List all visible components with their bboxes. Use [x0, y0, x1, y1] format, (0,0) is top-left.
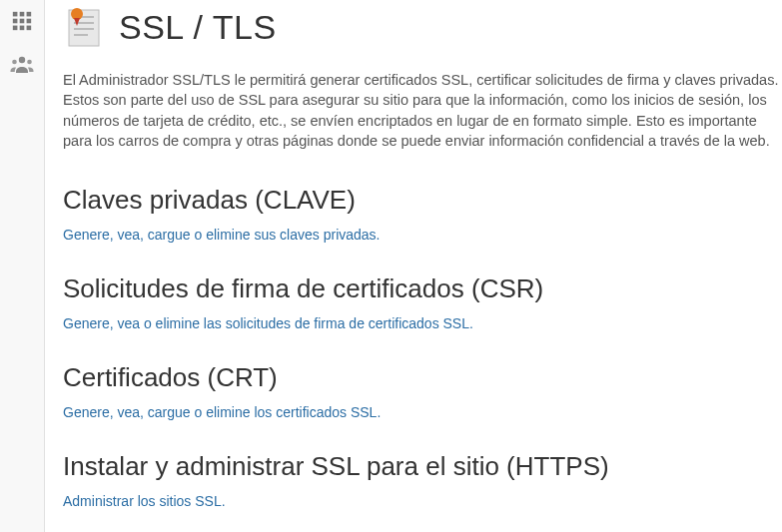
- section-certificates: Certificados (CRT) Genere, vea, cargue o…: [63, 362, 782, 421]
- svg-rect-3: [13, 19, 18, 24]
- main-content: SSL / TLS El Administrador SSL/TLS le pe…: [45, 0, 782, 532]
- private-keys-link[interactable]: Genere, vea, cargue o elimine sus claves…: [63, 227, 381, 243]
- section-install-ssl: Instalar y administrar SSL para el sitio…: [63, 451, 782, 510]
- sidebar: [0, 0, 45, 532]
- svg-point-11: [27, 60, 32, 65]
- page-title: SSL / TLS: [119, 8, 277, 47]
- section-csr: Solicitudes de firma de certificados (CS…: [63, 273, 782, 332]
- certificates-link[interactable]: Genere, vea, cargue o elimine los certif…: [63, 404, 381, 420]
- users-icon[interactable]: [9, 52, 35, 78]
- section-private-keys: Claves privadas (CLAVE) Genere, vea, car…: [63, 185, 782, 244]
- page-description: El Administrador SSL/TLS le permitirá ge…: [63, 70, 782, 151]
- svg-rect-2: [27, 12, 32, 17]
- svg-rect-6: [13, 26, 18, 31]
- ssl-certificate-icon: [63, 6, 105, 48]
- install-ssl-link[interactable]: Administrar los sitios SSL.: [63, 493, 226, 509]
- title-row: SSL / TLS: [63, 6, 782, 48]
- section-heading: Instalar y administrar SSL para el sitio…: [63, 451, 782, 482]
- apps-grid-icon[interactable]: [9, 8, 35, 34]
- section-heading: Certificados (CRT): [63, 362, 782, 393]
- svg-point-9: [19, 57, 25, 63]
- svg-rect-5: [27, 19, 32, 24]
- svg-rect-7: [20, 26, 25, 31]
- csr-link[interactable]: Genere, vea o elimine las solicitudes de…: [63, 315, 473, 331]
- svg-rect-1: [20, 12, 25, 17]
- svg-point-10: [12, 60, 17, 65]
- svg-rect-8: [27, 26, 32, 31]
- svg-rect-0: [13, 12, 18, 17]
- svg-rect-4: [20, 19, 25, 24]
- section-heading: Claves privadas (CLAVE): [63, 185, 782, 216]
- section-heading: Solicitudes de firma de certificados (CS…: [63, 273, 782, 304]
